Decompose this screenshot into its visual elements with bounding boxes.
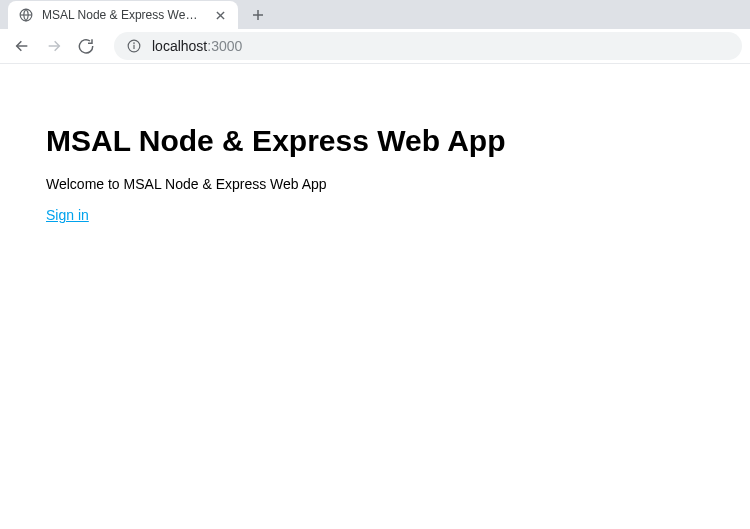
svg-point-10 — [134, 43, 135, 44]
signin-link[interactable]: Sign in — [46, 207, 89, 223]
globe-icon — [18, 7, 34, 23]
info-icon[interactable] — [126, 38, 142, 54]
page-title: MSAL Node & Express Web App — [46, 124, 750, 158]
page-content: MSAL Node & Express Web App Welcome to M… — [0, 64, 750, 224]
welcome-text: Welcome to MSAL Node & Express Web App — [46, 176, 750, 192]
tab-title: MSAL Node & Express Web App — [42, 8, 204, 22]
address-text: localhost:3000 — [152, 38, 242, 54]
close-icon[interactable] — [212, 7, 228, 23]
tab-strip: MSAL Node & Express Web App — [0, 0, 750, 29]
back-button[interactable] — [8, 32, 36, 60]
reload-button[interactable] — [72, 32, 100, 60]
browser-tab[interactable]: MSAL Node & Express Web App — [8, 1, 238, 29]
address-port: :3000 — [207, 38, 242, 54]
forward-button[interactable] — [40, 32, 68, 60]
browser-chrome: MSAL Node & Express Web App — [0, 0, 750, 64]
browser-toolbar: localhost:3000 — [0, 29, 750, 64]
address-host: localhost — [152, 38, 207, 54]
new-tab-button[interactable] — [244, 1, 272, 29]
address-bar[interactable]: localhost:3000 — [114, 32, 742, 60]
